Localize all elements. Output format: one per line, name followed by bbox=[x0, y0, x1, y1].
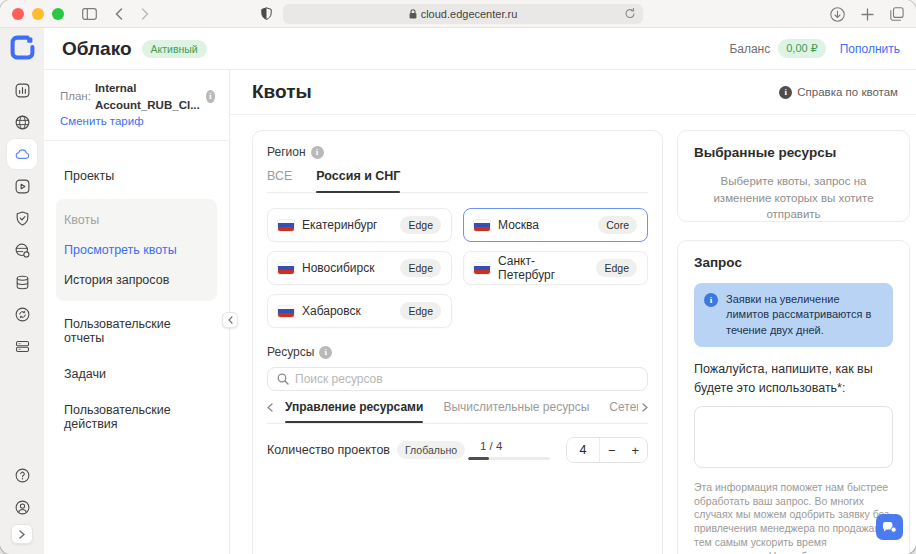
topup-link[interactable]: Пополнить bbox=[840, 42, 900, 56]
tabs-scroll-left-icon[interactable] bbox=[267, 403, 277, 420]
edgecenter-logo[interactable] bbox=[9, 34, 36, 61]
sidebar-item-user-actions[interactable]: Пользовательские действия bbox=[56, 395, 217, 439]
analytics-icon[interactable] bbox=[7, 75, 37, 105]
region-card-saint-petersburg[interactable]: Санкт-Петербург Edge bbox=[463, 251, 648, 285]
minimize-window-button[interactable] bbox=[32, 8, 44, 20]
resources-label-text: Ресурсы bbox=[267, 345, 314, 359]
region-type-badge: Edge bbox=[400, 216, 441, 234]
selected-resources-title: Выбранные ресурсы bbox=[694, 145, 893, 160]
page-product-title: Облако bbox=[62, 38, 132, 60]
region-tabs: ВСЕ Россия и СНГ bbox=[267, 169, 648, 193]
security-shield-icon[interactable] bbox=[7, 203, 37, 233]
sidebar-item-quotas[interactable]: Квоты bbox=[56, 205, 217, 235]
request-info-alert: i Заявки на увеличение лимитов рассматри… bbox=[694, 283, 893, 347]
app-header: Облако Активный Баланс 0,00 ₽ Пополнить bbox=[44, 28, 916, 70]
streaming-icon[interactable] bbox=[7, 171, 37, 201]
globe-icon[interactable] bbox=[7, 107, 37, 137]
resource-tabs: Управление ресурсами Вычислительные ресу… bbox=[285, 400, 638, 423]
reload-icon[interactable] bbox=[624, 7, 636, 20]
region-label-text: Регион bbox=[267, 145, 306, 159]
sidebar-item-projects[interactable]: Проекты bbox=[56, 161, 217, 191]
resource-tabs-row: Управление ресурсами Вычислительные ресу… bbox=[267, 400, 648, 424]
region-info-icon[interactable]: i bbox=[311, 146, 324, 159]
increment-button[interactable]: + bbox=[624, 438, 648, 462]
region-card-ekaterinburg[interactable]: Екатеринбург Edge bbox=[267, 208, 452, 242]
tabs-scroll-right-icon[interactable] bbox=[638, 403, 648, 420]
servers-icon[interactable] bbox=[7, 331, 37, 361]
plan-value: Internal Account_RUB_Cl... bbox=[95, 80, 202, 113]
region-name: Хабаровск bbox=[302, 304, 361, 318]
quotas-nav-group: Квоты Просмотреть квоты История запросов bbox=[56, 199, 217, 301]
resources-info-icon[interactable]: i bbox=[319, 346, 332, 359]
new-tab-icon[interactable] bbox=[861, 8, 874, 21]
forward-icon[interactable] bbox=[141, 8, 149, 20]
tab-all-regions[interactable]: ВСЕ bbox=[267, 169, 292, 192]
change-plan-link[interactable]: Сменить тариф bbox=[60, 115, 144, 127]
search-input[interactable] bbox=[295, 372, 638, 386]
region-type-badge: Edge bbox=[596, 259, 637, 277]
quota-stepper: − + bbox=[566, 437, 648, 463]
region-name: Москва bbox=[498, 218, 539, 232]
sync-icon[interactable] bbox=[7, 299, 37, 329]
database-icon[interactable] bbox=[7, 267, 37, 297]
collapse-sidebar-button[interactable] bbox=[222, 312, 238, 328]
privacy-shield-icon[interactable] bbox=[261, 7, 272, 20]
plan-info-icon[interactable]: i bbox=[206, 90, 215, 103]
quota-value-input[interactable] bbox=[567, 438, 599, 462]
quotas-help-link[interactable]: i Справка по квотам bbox=[779, 86, 898, 99]
zoom-window-button[interactable] bbox=[52, 8, 64, 20]
russia-flag-icon bbox=[278, 306, 294, 317]
decrement-button[interactable]: − bbox=[600, 438, 624, 462]
region-name: Санкт-Петербург bbox=[498, 254, 588, 282]
help-icon[interactable] bbox=[7, 460, 37, 490]
chat-widget-button[interactable] bbox=[876, 514, 903, 540]
expand-rail-button[interactable] bbox=[11, 524, 33, 544]
sidebar-item-view-quotas[interactable]: Просмотреть квоты bbox=[56, 235, 217, 265]
cloud-icon[interactable] bbox=[7, 139, 37, 169]
balance-value: 0,00 ₽ bbox=[778, 39, 825, 58]
page-title: Квоты bbox=[252, 81, 312, 103]
sidebar-toggle-icon[interactable] bbox=[82, 8, 97, 20]
russia-flag-icon bbox=[474, 220, 490, 231]
cdn-globe-icon[interactable] bbox=[7, 235, 37, 265]
sidebar: План: Internal Account_RUB_Cl... i Смени… bbox=[44, 70, 230, 554]
region-name: Екатеринбург bbox=[302, 218, 378, 232]
tab-overview-icon[interactable] bbox=[890, 7, 904, 21]
close-window-button[interactable] bbox=[12, 8, 24, 20]
tab-russia-cis[interactable]: Россия и СНГ bbox=[316, 169, 400, 192]
region-card-novosibirsk[interactable]: Новосибирск Edge bbox=[267, 251, 452, 285]
sidebar-item-request-history[interactable]: История запросов bbox=[56, 265, 217, 295]
sidebar-item-reports[interactable]: Пользовательские отчеты bbox=[56, 309, 217, 353]
quota-scope-badge: Глобально bbox=[397, 441, 465, 459]
status-badge: Активный bbox=[142, 40, 207, 58]
icon-rail bbox=[0, 28, 44, 554]
quota-progress: 1 / 4 bbox=[468, 440, 550, 460]
plan-label: План: bbox=[60, 88, 91, 105]
help-link-label: Справка по квотам bbox=[797, 86, 898, 98]
account-icon[interactable] bbox=[7, 492, 37, 522]
region-name: Новосибирск bbox=[302, 261, 374, 275]
quota-name: Количество проектов bbox=[267, 443, 390, 457]
usage-textarea[interactable] bbox=[694, 406, 893, 468]
region-card-moscow[interactable]: Москва Core bbox=[463, 208, 648, 242]
tab-resource-management[interactable]: Управление ресурсами bbox=[285, 400, 423, 423]
region-card-khabarovsk[interactable]: Хабаровск Edge bbox=[267, 294, 452, 328]
sidebar-item-tasks[interactable]: Задачи bbox=[56, 359, 217, 389]
usage-question-label: Пожалуйста, напишите, как вы будете это … bbox=[694, 360, 893, 398]
browser-window: cloud.edgecenter.ru bbox=[0, 0, 916, 554]
main-titlebar: Квоты i Справка по квотам bbox=[230, 70, 916, 115]
address-bar[interactable]: cloud.edgecenter.ru bbox=[283, 4, 643, 24]
tab-network-services[interactable]: Сетевые сервисы bbox=[609, 400, 638, 423]
downloads-icon[interactable] bbox=[830, 7, 845, 22]
back-icon[interactable] bbox=[115, 8, 123, 20]
selected-resources-card: Выбранные ресурсы Выберите квоты, запрос… bbox=[677, 130, 910, 222]
resources-section-label: Ресурсы i bbox=[267, 345, 648, 359]
alert-info-icon: i bbox=[704, 293, 718, 307]
balance-label: Баланс bbox=[729, 42, 770, 56]
quota-row-project-count: Количество проектов Глобально 1 / 4 − + bbox=[267, 437, 648, 463]
search-icon bbox=[277, 373, 289, 385]
tab-compute-resources[interactable]: Вычислительные ресурсы bbox=[443, 400, 589, 423]
lock-icon bbox=[409, 9, 417, 19]
selected-resources-hint: Выберите квоты, запрос на изменение кото… bbox=[694, 173, 893, 223]
region-grid: Екатеринбург Edge Москва Core Новосибирс… bbox=[267, 208, 648, 328]
